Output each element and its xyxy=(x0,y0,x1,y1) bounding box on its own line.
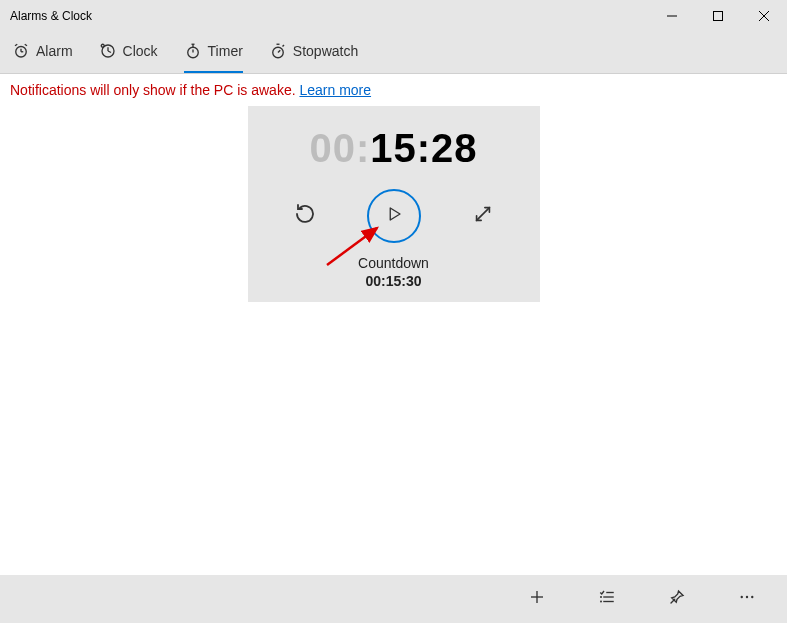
alarm-icon xyxy=(12,42,30,60)
tab-stopwatch[interactable]: Stopwatch xyxy=(269,32,358,73)
svg-point-35 xyxy=(751,596,753,598)
notification-bar: Notifications will only show if the PC i… xyxy=(0,74,787,106)
play-icon xyxy=(385,205,403,227)
select-list-icon xyxy=(598,588,616,610)
svg-point-12 xyxy=(101,44,104,47)
plus-icon xyxy=(528,588,546,610)
tab-clock[interactable]: Clock xyxy=(99,32,158,73)
time-display[interactable]: 00:15:28 xyxy=(309,126,477,171)
svg-rect-1 xyxy=(714,12,723,21)
time-hours-dim: 00: xyxy=(309,126,370,170)
svg-point-33 xyxy=(741,596,743,598)
svg-point-31 xyxy=(601,601,602,602)
pin-icon xyxy=(668,588,686,610)
reset-button[interactable] xyxy=(291,202,319,230)
maximize-button[interactable] xyxy=(695,0,741,32)
svg-line-20 xyxy=(282,45,284,47)
svg-line-7 xyxy=(15,44,17,46)
expand-button[interactable] xyxy=(469,202,497,230)
ellipsis-icon xyxy=(738,588,756,610)
play-button[interactable] xyxy=(367,189,421,243)
timer-set-time: 00:15:30 xyxy=(358,273,429,289)
stopwatch-icon xyxy=(269,42,287,60)
tab-timer[interactable]: Timer xyxy=(184,32,243,73)
svg-line-22 xyxy=(476,208,489,221)
svg-line-11 xyxy=(108,51,111,53)
timer-icon xyxy=(184,42,202,60)
reset-icon xyxy=(293,202,317,230)
select-button[interactable] xyxy=(587,579,627,619)
tab-alarm[interactable]: Alarm xyxy=(12,32,73,73)
expand-icon xyxy=(472,203,494,229)
svg-point-29 xyxy=(601,597,602,598)
tab-alarm-label: Alarm xyxy=(36,43,73,59)
tab-stopwatch-label: Stopwatch xyxy=(293,43,358,59)
svg-marker-21 xyxy=(390,208,400,220)
svg-line-8 xyxy=(25,44,27,46)
timer-controls xyxy=(291,189,497,243)
svg-line-18 xyxy=(278,50,280,52)
time-minsec: 15:28 xyxy=(370,126,477,170)
close-button[interactable] xyxy=(741,0,787,32)
clock-icon xyxy=(99,42,117,60)
learn-more-link[interactable]: Learn more xyxy=(299,82,371,98)
pin-button[interactable] xyxy=(657,579,697,619)
timer-meta: Countdown 00:15:30 xyxy=(358,255,429,289)
notification-text: Notifications will only show if the PC i… xyxy=(10,82,299,98)
bottom-toolbar xyxy=(0,575,787,623)
tab-timer-label: Timer xyxy=(208,43,243,59)
svg-point-34 xyxy=(746,596,748,598)
timer-label: Countdown xyxy=(358,255,429,271)
more-button[interactable] xyxy=(727,579,767,619)
window-controls xyxy=(649,0,787,32)
window-title: Alarms & Clock xyxy=(10,9,92,23)
tab-clock-label: Clock xyxy=(123,43,158,59)
main-area: 00:15:28 xyxy=(0,106,787,302)
minimize-button[interactable] xyxy=(649,0,695,32)
timer-card[interactable]: 00:15:28 xyxy=(248,106,540,302)
add-button[interactable] xyxy=(517,579,557,619)
titlebar: Alarms & Clock xyxy=(0,0,787,32)
tab-bar: Alarm Clock Timer Stopwatch xyxy=(0,32,787,74)
